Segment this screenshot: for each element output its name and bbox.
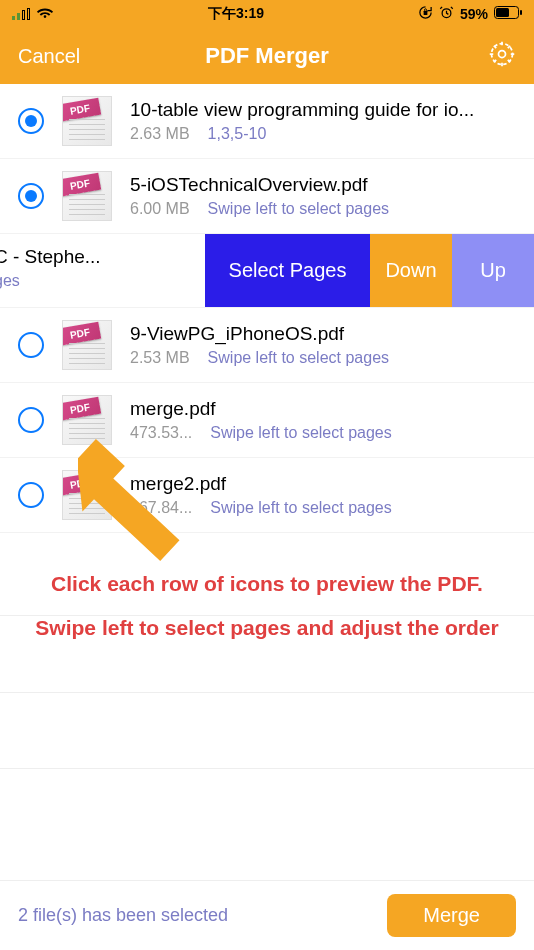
selected-count: 2 file(s) has been selected xyxy=(18,905,228,926)
file-name: ective-C - Stephe... xyxy=(0,246,143,268)
file-size: 267.84... xyxy=(130,499,192,517)
file-row-swiped[interactable]: ective-C - Stephe... elect pages Select … xyxy=(0,234,534,308)
radio-selected[interactable] xyxy=(18,108,44,134)
radio-selected[interactable] xyxy=(18,183,44,209)
status-time: 下午3:19 xyxy=(208,5,264,23)
move-up-button[interactable]: Up xyxy=(452,234,534,307)
help-line-1: Click each row of icons to preview the P… xyxy=(30,570,504,598)
file-size: 2.63 MB xyxy=(130,125,190,143)
gear-icon[interactable] xyxy=(488,40,516,72)
battery-icon xyxy=(494,6,522,22)
svg-rect-0 xyxy=(424,11,428,15)
file-name: merge2.pdf xyxy=(130,473,516,495)
file-row[interactable]: 10-table view programming guide for io..… xyxy=(0,84,534,159)
radio-unselected[interactable] xyxy=(18,482,44,508)
file-size: 2.53 MB xyxy=(130,349,190,367)
nav-bar: Cancel PDF Merger xyxy=(0,28,534,84)
pdf-thumb-icon[interactable] xyxy=(62,470,112,520)
file-pages[interactable]: Swipe left to select pages xyxy=(208,200,389,218)
radio-unselected[interactable] xyxy=(18,407,44,433)
file-pages: elect pages xyxy=(0,272,20,290)
pdf-thumb-icon[interactable] xyxy=(62,96,112,146)
file-pages[interactable]: Swipe left to select pages xyxy=(208,349,389,367)
file-row[interactable]: merge2.pdf 267.84... Swipe left to selec… xyxy=(0,458,534,533)
file-pages[interactable]: Swipe left to select pages xyxy=(210,424,391,442)
alarm-icon xyxy=(439,5,454,23)
battery-percent: 59% xyxy=(460,6,488,22)
cancel-button[interactable]: Cancel xyxy=(18,45,80,68)
wifi-icon xyxy=(36,6,54,23)
file-row[interactable]: 9-ViewPG_iPhoneOS.pdf 2.53 MB Swipe left… xyxy=(0,308,534,383)
file-row[interactable]: merge.pdf 473.53... Swipe left to select… xyxy=(0,383,534,458)
file-name: 5-iOSTechnicalOverview.pdf xyxy=(130,174,516,196)
file-size: 473.53... xyxy=(130,424,192,442)
file-name: 10-table view programming guide for io..… xyxy=(130,99,516,121)
status-bar: 下午3:19 59% xyxy=(0,0,534,28)
pdf-thumb-icon[interactable] xyxy=(62,171,112,221)
divider xyxy=(0,692,534,693)
move-down-button[interactable]: Down xyxy=(370,234,452,307)
file-size: 6.00 MB xyxy=(130,200,190,218)
merge-button[interactable]: Merge xyxy=(387,894,516,937)
divider xyxy=(0,768,534,769)
help-text: Click each row of icons to preview the P… xyxy=(0,570,534,643)
file-row[interactable]: 5-iOSTechnicalOverview.pdf 6.00 MB Swipe… xyxy=(0,159,534,234)
file-name: merge.pdf xyxy=(130,398,516,420)
page-title: PDF Merger xyxy=(205,43,328,69)
svg-rect-4 xyxy=(520,10,522,15)
orientation-lock-icon xyxy=(418,5,433,23)
svg-rect-3 xyxy=(496,8,509,17)
svg-point-5 xyxy=(499,51,506,58)
bottom-bar: 2 file(s) has been selected Merge xyxy=(0,880,534,950)
select-pages-button[interactable]: Select Pages xyxy=(205,234,370,307)
radio-unselected[interactable] xyxy=(18,332,44,358)
file-pages[interactable]: 1,3,5-10 xyxy=(208,125,267,143)
file-name: 9-ViewPG_iPhoneOS.pdf xyxy=(130,323,516,345)
signal-icon xyxy=(12,8,30,20)
pdf-thumb-icon[interactable] xyxy=(62,395,112,445)
help-line-2: Swipe left to select pages and adjust th… xyxy=(30,614,504,642)
pdf-thumb-icon[interactable] xyxy=(62,320,112,370)
file-pages[interactable]: Swipe left to select pages xyxy=(210,499,391,517)
